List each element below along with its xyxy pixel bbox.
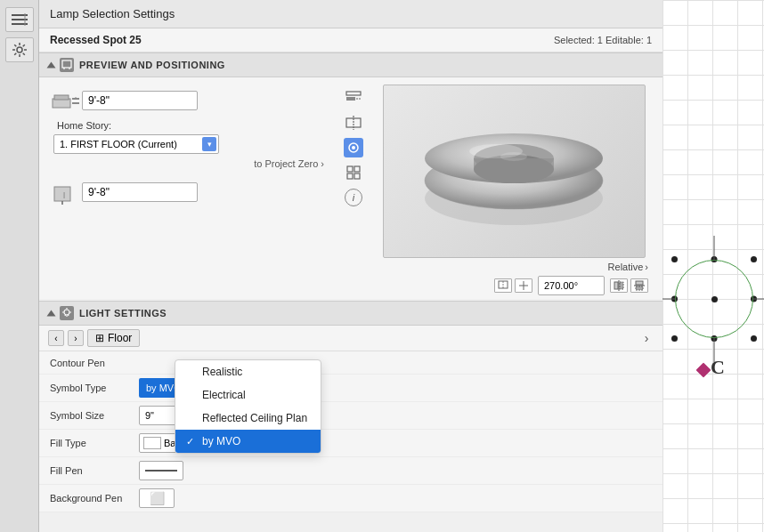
- angle-input[interactable]: 270.00°: [538, 276, 605, 295]
- preview-section-header[interactable]: PREVIEW AND POSITIONING: [39, 52, 662, 77]
- svg-point-4: [17, 47, 22, 52]
- svg-point-34: [500, 152, 527, 161]
- collapse-triangle: [47, 62, 56, 69]
- depth-input[interactable]: 9'-8": [82, 182, 198, 202]
- light-section-icon: [60, 306, 74, 320]
- tabs-row: ‹ › ⊞ Floor ›: [39, 326, 662, 351]
- background-pen-row: Background Pen ⬜: [39, 485, 662, 512]
- light-settings-content: ‹ › ⊞ Floor › Contour Pen Symbol Type by…: [39, 326, 662, 512]
- 3d-preview: [383, 85, 646, 258]
- elevation-icon: [50, 85, 82, 117]
- home-story-input[interactable]: 1. FIRST FLOOR (Current): [53, 134, 219, 154]
- icons-column: i: [338, 85, 369, 295]
- floor-tab[interactable]: ⊞ Floor: [87, 329, 140, 347]
- tab-next-btn[interactable]: ›: [68, 330, 84, 346]
- project-zero-row: to Project Zero ›: [50, 157, 331, 171]
- monitor-icon: ⬜: [150, 491, 165, 505]
- angle-mirror-h[interactable]: [610, 278, 628, 293]
- preview-content: 9'-8" Home Story: 1. FIRST FLOOR (Curren…: [39, 77, 662, 299]
- svg-point-23: [352, 146, 355, 149]
- floor-tab-label: Floor: [108, 332, 132, 344]
- home-story-label: Home Story:: [57, 120, 331, 131]
- cross-top: [714, 236, 715, 261]
- home-story-dropdown[interactable]: ▾: [202, 137, 216, 151]
- symbol-type-row: Symbol Type by MVO ▾: [39, 375, 662, 402]
- svg-rect-18: [346, 97, 355, 101]
- sidebar-icon-top[interactable]: [5, 7, 34, 32]
- corner-dot-tl: [671, 256, 678, 262]
- title-bar: Lamp Selection Settings: [39, 0, 662, 28]
- dropdown-item-realistic[interactable]: Realistic: [175, 360, 321, 383]
- symbol-size-label: Symbol Size: [50, 410, 139, 421]
- object-title: Recessed Spot 25: [50, 34, 142, 46]
- svg-rect-17: [346, 92, 361, 95]
- angle-mirror-v[interactable]: [630, 278, 648, 293]
- right-panel: C: [662, 0, 764, 532]
- view-icon[interactable]: [344, 138, 363, 157]
- grid-canvas: C: [662, 0, 764, 532]
- angle-preset-icons: [494, 278, 532, 293]
- dropdown-item-electrical[interactable]: Electrical: [175, 383, 321, 407]
- symbol-size-row: Symbol Size 9" ›: [39, 402, 662, 430]
- grid-icon[interactable]: [344, 163, 363, 182]
- light-settings-header[interactable]: LIGHT SETTINGS: [39, 301, 662, 326]
- selection-info: Selected: 1 Editable: 1: [554, 35, 652, 45]
- corner-dot-tr: [751, 256, 757, 262]
- fill-type-label: Fill Type: [50, 438, 139, 448]
- sidebar-icon-settings[interactable]: [5, 37, 34, 62]
- angle-row: 270.00°: [376, 276, 652, 295]
- svg-rect-39: [614, 282, 618, 289]
- dropdown-item-byMVO[interactable]: ✓ by MVO: [175, 430, 321, 453]
- angle-preset-2[interactable]: [515, 278, 532, 293]
- left-sidebar: [0, 0, 39, 532]
- svg-rect-40: [620, 282, 623, 289]
- svg-rect-9: [54, 95, 69, 100]
- svg-line-51: [69, 315, 69, 316]
- floor-tab-icon: ⊞: [95, 332, 104, 344]
- cross-right: [752, 299, 764, 300]
- project-zero-btn[interactable]: to Project Zero ›: [250, 157, 328, 171]
- circle-shape: [675, 260, 753, 338]
- angle-end-icons: [610, 278, 648, 293]
- relative-btn[interactable]: Relative ›: [608, 262, 648, 272]
- align-icon-2[interactable]: [344, 113, 363, 133]
- canvas-circle-group: [675, 260, 753, 338]
- background-pen-value: ⬜: [139, 488, 652, 508]
- height-input[interactable]: 9'-8": [82, 91, 198, 110]
- preview-right: Relative › 270.00°: [376, 85, 652, 295]
- svg-rect-27: [354, 173, 360, 179]
- tab-expand-btn[interactable]: ›: [639, 331, 654, 345]
- contour-pen-row: Contour Pen: [39, 351, 662, 375]
- preview-section-label: PREVIEW AND POSITIONING: [79, 60, 225, 70]
- cross-left: [662, 299, 676, 300]
- svg-rect-26: [347, 173, 353, 179]
- fill-pen-label: Fill Pen: [50, 465, 139, 476]
- angle-preset-1[interactable]: [494, 278, 512, 293]
- background-pen-label: Background Pen: [50, 493, 139, 504]
- dropdown-item-rcp[interactable]: Reflected Ceiling Plan: [175, 407, 321, 430]
- light-section-label: LIGHT SETTINGS: [79, 308, 167, 318]
- background-pen-swatch[interactable]: ⬜: [139, 488, 175, 508]
- align-icon-1[interactable]: [344, 88, 363, 108]
- fill-type-row: Fill Type Background Fill - l... ›: [39, 430, 662, 457]
- info-icon[interactable]: i: [344, 188, 363, 207]
- tab-prev-btn[interactable]: ‹: [48, 330, 64, 346]
- svg-rect-13: [54, 187, 70, 201]
- dropdown-overlay: Realistic Electrical Reflected Ceiling P…: [175, 359, 321, 454]
- corner-dot-br: [751, 335, 757, 342]
- svg-text:|: |: [63, 190, 65, 198]
- corner-dot-bl: [671, 335, 678, 342]
- info-circle: i: [345, 189, 362, 206]
- fill-pen-line: [145, 470, 177, 472]
- preview-left-controls: 9'-8" Home Story: 1. FIRST FLOOR (Curren…: [50, 85, 331, 295]
- fill-pen-value: [139, 461, 652, 480]
- symbol-type-label: Symbol Type: [50, 383, 139, 393]
- preview-section-icon: [60, 58, 74, 72]
- svg-rect-25: [354, 166, 360, 172]
- relative-row: Relative ›: [376, 262, 652, 272]
- svg-rect-43: [636, 286, 643, 290]
- svg-rect-5: [62, 60, 71, 68]
- center-dot: [711, 296, 718, 302]
- fill-pen-swatch[interactable]: [139, 461, 183, 480]
- fill-pen-row: Fill Pen: [39, 457, 662, 485]
